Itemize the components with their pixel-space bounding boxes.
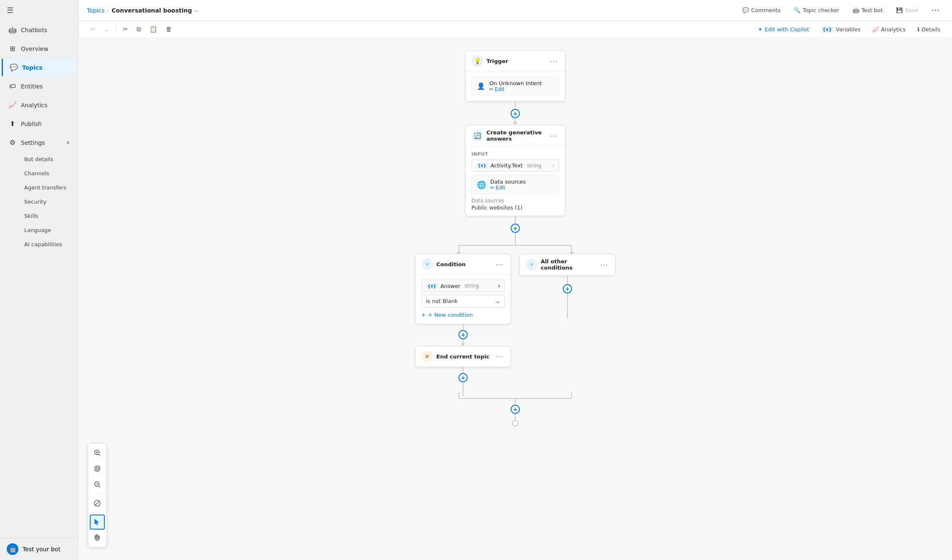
vline-2	[515, 118, 516, 122]
condition-node-body: {x} Answer string › is not Blank ⌄	[415, 275, 511, 324]
chatbots-icon: 🤖	[8, 26, 17, 34]
variable-pill[interactable]: {x} Activity.Text string ›	[471, 159, 559, 172]
branch-row: ⑂ Condition ⋯ {x} Answer string	[415, 254, 615, 396]
toolbar-left-actions: ↩ ⌄ ✂ ⧉ 📋 🗑	[87, 23, 175, 35]
copilot-icon: ✦	[758, 26, 762, 33]
paste-button[interactable]: 📋	[146, 23, 161, 35]
condition-node-menu[interactable]: ⋯	[494, 259, 505, 270]
undo-button[interactable]: ↩	[87, 23, 99, 35]
edit-copilot-button[interactable]: ✦ Edit with Copilot	[755, 25, 812, 34]
condition-variable-left: {x} Answer string	[426, 283, 479, 289]
svg-point-16	[95, 466, 100, 472]
analytics-toolbar-button[interactable]: 📈 Analytics	[869, 25, 909, 34]
variables-button[interactable]: {x} Variables	[818, 25, 864, 34]
all-conditions-title: All other conditions	[541, 258, 595, 271]
topic-checker-icon: 🔍	[794, 7, 800, 13]
hamburger-icon: ☰	[7, 6, 13, 15]
sidebar-item-topics[interactable]: 💬 Topics	[2, 58, 76, 76]
cut-button[interactable]: ✂	[119, 23, 132, 35]
sidebar-item-analytics[interactable]: 📈 Analytics	[2, 96, 76, 114]
analytics-toolbar-label: Analytics	[881, 26, 906, 33]
gen-node-title: Create generative answers	[486, 129, 545, 142]
cursor-tool-button[interactable]	[90, 515, 105, 530]
all-conditions-connector: +	[563, 276, 572, 318]
trigger-edit-link[interactable]: ✏ Edit	[489, 86, 554, 92]
add-button-2[interactable]: +	[511, 224, 520, 233]
end-node-menu[interactable]: ⋯	[494, 351, 505, 362]
delete-button[interactable]: 🗑	[162, 23, 175, 35]
paste-icon: 📋	[149, 25, 157, 33]
undo-icon: ↩	[90, 25, 96, 33]
breadcrumb-topics-link[interactable]: Topics	[87, 7, 105, 14]
sidebar-item-skills[interactable]: Skills	[19, 209, 78, 223]
sidebar-footer[interactable]: 🤖 Test your bot	[0, 538, 78, 560]
disable-button[interactable]	[90, 496, 105, 511]
topics-icon: 💬	[10, 63, 18, 71]
trigger-node-menu[interactable]: ⋯	[548, 56, 559, 66]
sidebar-header[interactable]: ☰	[0, 0, 78, 20]
settings-sub-menu: Bot details Channels Agent transfers Sec…	[0, 152, 78, 252]
condition-node-title: Condition	[436, 261, 491, 267]
sidebar-item-overview[interactable]: ⊞ Overview	[2, 40, 76, 58]
vline-3	[515, 216, 516, 224]
toolbar-right-actions: ✦ Edit with Copilot {x} Variables 📈 Anal…	[755, 25, 944, 34]
sidebar-item-security[interactable]: Security	[19, 195, 78, 209]
save-button[interactable]: 💾 Save	[893, 5, 922, 15]
end-connector: +	[458, 367, 468, 388]
trigger-content: 👤 On Unknown Intent ✏ Edit	[471, 76, 559, 96]
condition-variable-type: string	[465, 283, 479, 289]
test-bot-button[interactable]: 🤖 Test bot	[849, 5, 886, 15]
toolbar: ↩ ⌄ ✂ ⧉ 📋 🗑 ✦ Edit with Copilot	[78, 21, 952, 38]
copy-button[interactable]: ⧉	[133, 23, 144, 35]
sidebar-item-chatbots[interactable]: 🤖 Chatbots	[2, 21, 76, 39]
zoom-out-icon	[94, 481, 101, 488]
details-button[interactable]: ℹ Details	[914, 25, 944, 34]
breadcrumb-chevron-icon[interactable]: ⌄	[195, 8, 198, 13]
overview-icon: ⊞	[8, 45, 17, 53]
add-button-3[interactable]: +	[458, 330, 468, 339]
condition-node-header: ⑂ Condition ⋯	[415, 254, 511, 275]
trigger-node-body: 👤 On Unknown Intent ✏ Edit	[466, 71, 565, 101]
comments-button[interactable]: 💬 Comments	[739, 5, 784, 15]
comments-icon: 💬	[742, 7, 749, 13]
input-section-label: Input	[471, 151, 559, 157]
condition-variable-pill[interactable]: {x} Answer string ›	[421, 280, 505, 292]
focus-icon	[94, 465, 101, 472]
sidebar-item-agent-transfers[interactable]: Agent transfers	[19, 181, 78, 194]
sidebar-item-entities[interactable]: 🏷 Entities	[2, 77, 76, 95]
gen-node-header: 🔄 Create generative answers ⋯	[466, 125, 565, 146]
datasource-edit-link[interactable]: ✏ Edit	[490, 185, 554, 191]
pan-tool-button[interactable]	[90, 530, 105, 545]
add-button-5[interactable]: +	[563, 284, 572, 293]
datasource-info: Data sources ✏ Edit	[490, 179, 554, 191]
zoom-out-button[interactable]	[90, 477, 105, 492]
sidebar-item-settings[interactable]: ⚙ Settings ∧	[2, 134, 76, 151]
add-button-final[interactable]: +	[511, 405, 520, 414]
svg-point-15	[96, 467, 99, 470]
canvas-tools	[88, 443, 107, 547]
sidebar-item-channels[interactable]: Channels	[19, 166, 78, 180]
test-bot-label: Test your bot	[23, 546, 61, 552]
undo-dropdown-button[interactable]: ⌄	[101, 23, 113, 35]
add-button-4[interactable]: +	[458, 373, 468, 382]
new-condition-button[interactable]: + + New condition	[421, 311, 505, 319]
sidebar-item-publish[interactable]: ⬆ Publish	[2, 115, 76, 133]
variable-type: string	[527, 163, 541, 169]
test-bot-label: Test bot	[861, 7, 883, 13]
sidebar-item-language[interactable]: Language	[19, 223, 78, 237]
zoom-in-button[interactable]	[90, 445, 105, 460]
add-button-1[interactable]: +	[511, 109, 520, 118]
topic-checker-button[interactable]: 🔍 Topic checker	[790, 5, 843, 15]
gen-answers-node: 🔄 Create generative answers ⋯ Input {x} …	[465, 125, 565, 216]
sidebar-item-bot-details[interactable]: Bot details	[19, 152, 78, 166]
condition-dropdown-icon: ⌄	[496, 298, 500, 304]
focus-button[interactable]	[90, 461, 105, 476]
condition-connector: +	[458, 324, 468, 346]
canvas[interactable]: 💡 Trigger ⋯ 👤 On Unknown Intent ✏ Edit	[78, 38, 952, 560]
more-button[interactable]: ···	[928, 5, 944, 15]
sidebar-item-ai-capabilities[interactable]: AI capabilities	[19, 237, 78, 251]
gen-node-menu[interactable]: ⋯	[548, 131, 559, 141]
condition-select[interactable]: is not Blank ⌄	[421, 295, 505, 308]
all-conditions-menu[interactable]: ⋯	[598, 260, 609, 270]
topbar: Topics › Conversational boosting ⌄ 💬 Com…	[78, 0, 952, 21]
